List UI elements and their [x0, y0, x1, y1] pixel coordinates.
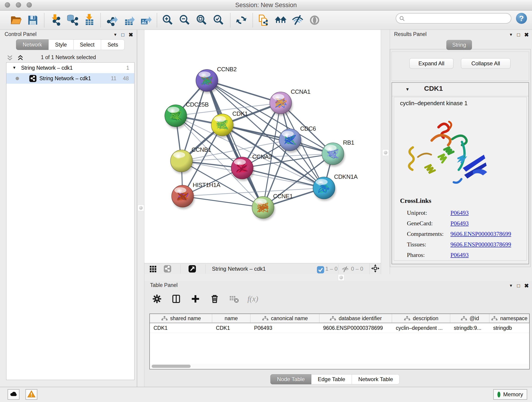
tab-string[interactable]: String — [446, 40, 472, 50]
grid-view-icon[interactable] — [149, 265, 157, 273]
table-header-row: shared namenamecanonical namedatabase id… — [150, 314, 529, 323]
network-node-CDC6[interactable] — [279, 129, 302, 153]
bottom-splitter-handle[interactable] — [338, 274, 344, 281]
table-cell[interactable]: CDK1 — [212, 323, 250, 333]
left-splitter[interactable] — [137, 30, 144, 387]
crosslink-link[interactable]: P06493 — [450, 220, 469, 227]
export-image-icon[interactable] — [139, 13, 152, 27]
table-cell[interactable]: P06493 — [250, 323, 319, 333]
show-columns-icon[interactable] — [171, 293, 182, 305]
table-cell[interactable]: stringdb — [489, 323, 529, 333]
network-node-HIST1H1A[interactable] — [172, 185, 195, 209]
import-database-icon[interactable] — [65, 13, 79, 27]
search-box[interactable] — [396, 13, 511, 24]
node-label-HIST1H1A: HIST1H1A — [193, 182, 220, 188]
export-table-icon[interactable] — [122, 13, 135, 27]
warnings-button[interactable] — [25, 389, 37, 400]
import-table-icon[interactable] — [82, 13, 96, 27]
network-node-CDC25B[interactable] — [165, 105, 188, 128]
table-cell[interactable]: cyclin–dependent ... — [392, 323, 450, 333]
tab-select[interactable]: Select — [74, 39, 101, 50]
network-node-RB1[interactable] — [322, 143, 345, 167]
crosslink-link[interactable]: P06493 — [450, 210, 469, 216]
delete-column-icon[interactable] — [209, 293, 220, 305]
gene-description: cyclin–dependent kinase 1 — [400, 100, 468, 107]
crosslink-link[interactable]: 9606.ENSP00000378699 — [450, 241, 511, 248]
network-node-CCNA1[interactable] — [270, 92, 293, 116]
birds-eye-view-icon[interactable] — [188, 265, 196, 273]
column-header-canonical-name[interactable]: canonical name — [250, 314, 319, 323]
cloud-button[interactable] — [7, 389, 19, 400]
export-network-icon[interactable] — [105, 13, 118, 27]
crosslink-label: GeneCard: — [407, 220, 433, 227]
column-header-shared-name[interactable]: shared name — [150, 314, 212, 323]
search-input[interactable] — [407, 14, 509, 23]
network-node-CDKN1A[interactable] — [313, 177, 336, 201]
clone-network-icon[interactable] — [257, 13, 270, 27]
table-panel: Table Panel ▼ □ ✖ f(x) shared namenameca… — [144, 281, 532, 387]
panel-minimize-icon[interactable]: ▼ — [509, 32, 513, 37]
panel-close-icon[interactable]: ✖ — [524, 32, 529, 38]
panel-minimize-icon[interactable]: ▼ — [509, 283, 513, 288]
show-all-icon[interactable] — [308, 13, 321, 27]
zoom-selected-icon[interactable] — [212, 13, 225, 27]
panel-close-icon[interactable]: ✖ — [128, 32, 133, 38]
protein-structure-image — [404, 110, 494, 192]
refresh-icon[interactable] — [234, 13, 248, 27]
tab-sets[interactable]: Sets — [101, 39, 125, 50]
import-network-icon[interactable] — [49, 13, 62, 27]
memory-button[interactable]: Memory — [493, 389, 527, 400]
open-folder-icon[interactable] — [9, 13, 22, 27]
save-icon[interactable] — [26, 13, 39, 27]
scrollbar-thumb[interactable] — [152, 365, 191, 368]
tab-style[interactable]: Style — [49, 39, 73, 50]
tab-network-table[interactable]: Network Table — [352, 374, 400, 384]
panel-float-icon[interactable]: □ — [517, 283, 520, 289]
right-splitter-handle[interactable] — [382, 149, 389, 156]
column-header--id[interactable]: @id — [450, 314, 490, 323]
crosslink-link[interactable]: P06493 — [450, 252, 469, 259]
table-cell[interactable]: 9606.ENSP00000378699 — [319, 323, 392, 333]
network-node-CDK1[interactable] — [211, 114, 234, 138]
help-button[interactable]: ? — [516, 13, 527, 24]
column-header-database-identifier[interactable]: database identifier — [319, 314, 392, 323]
panel-close-icon[interactable]: ✖ — [524, 283, 529, 289]
right-splitter[interactable] — [381, 30, 390, 281]
tab-node-table[interactable]: Node Table — [270, 374, 311, 384]
panel-minimize-icon[interactable]: ▼ — [114, 32, 117, 37]
expand-all-button[interactable]: Expand All — [409, 58, 453, 69]
network-row-selected[interactable]: String Network – cdk1 11 48 — [6, 73, 134, 84]
network-collection-row[interactable]: ▼ String Network – cdk1 1 — [6, 63, 134, 73]
first-neighbors-icon[interactable] — [274, 13, 287, 27]
left-splitter-handle[interactable] — [138, 205, 144, 211]
column-header-namespace[interactable]: namespace — [489, 314, 529, 323]
panel-float-icon[interactable]: □ — [517, 32, 520, 38]
collapse-all-button[interactable]: Collapse All — [461, 58, 510, 69]
gene-section-header[interactable]: ▼ CDK1 — [392, 83, 529, 96]
tab-network[interactable]: Network — [16, 39, 49, 50]
zoom-in-icon[interactable] — [161, 13, 175, 27]
table-cell[interactable]: stringdb:9... — [450, 323, 490, 333]
crosshair-icon[interactable] — [369, 263, 381, 274]
table-row[interactable]: CDK1CDK1P064939606.ENSP00000378699cyclin… — [150, 323, 529, 333]
crosslink-link[interactable]: 9606.ENSP00000378699 — [450, 230, 511, 237]
string-view-icon[interactable] — [164, 265, 171, 273]
horizontal-scrollbar[interactable] — [150, 364, 529, 369]
panel-float-icon[interactable]: □ — [121, 32, 124, 38]
zoom-fit-icon[interactable] — [195, 13, 209, 27]
collapse-caret-icon[interactable]: ▼ — [405, 87, 410, 92]
network-canvas[interactable]: CCNB2CCNA1CDC25BCDK1CDC6RB1CCNB1CCNA2CDK… — [144, 30, 381, 263]
crosslink-row: GeneCard:P06493 — [407, 220, 521, 230]
tree-expand-icon[interactable]: ▼ — [12, 63, 16, 73]
zoom-out-icon[interactable] — [178, 13, 191, 27]
hidden-elements-icon[interactable] — [341, 265, 349, 273]
network-node-CCNE1[interactable] — [252, 196, 275, 220]
column-header-name[interactable]: name — [212, 314, 250, 323]
selected-nodes-checkbox[interactable] — [317, 266, 323, 272]
column-header-description[interactable]: description — [392, 314, 450, 323]
table-cell[interactable]: CDK1 — [150, 323, 212, 333]
tab-edge-table[interactable]: Edge Table — [311, 374, 352, 384]
hide-selected-icon[interactable] — [291, 13, 304, 27]
add-column-icon[interactable] — [190, 293, 201, 305]
table-settings-icon[interactable] — [151, 293, 163, 305]
